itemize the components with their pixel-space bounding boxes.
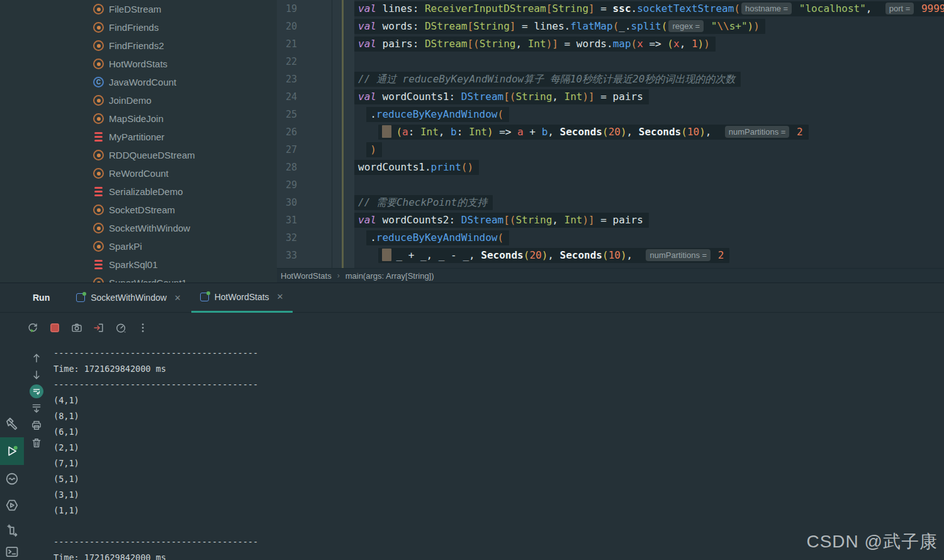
code-token: (	[661, 20, 668, 32]
run-tab-socketwithwindow[interactable]: SocketWithWindow✕	[67, 283, 190, 313]
trash-icon[interactable]	[30, 436, 43, 450]
code-editor[interactable]: 192021222324252627282930313233 val lines…	[277, 0, 944, 268]
line-number[interactable]: 28	[277, 159, 297, 176]
code-token: [(	[503, 91, 515, 103]
line-number[interactable]: 31	[277, 211, 297, 229]
line-number[interactable]: 29	[277, 176, 297, 194]
line-number[interactable]: 20	[277, 18, 297, 35]
tree-item-socketdstream[interactable]: SocketDStream	[0, 201, 277, 219]
line-number[interactable]: 30	[277, 194, 297, 211]
tree-item-rddqueuedstream[interactable]: RDDQueueDStream	[0, 146, 277, 164]
console-output[interactable]: ----------------------------------------…	[53, 345, 944, 560]
breadcrumb-file[interactable]: HotWordStats	[281, 271, 332, 281]
code-token: String	[515, 91, 552, 103]
line-number[interactable]: 25	[277, 106, 297, 123]
soft-wrap-icon[interactable]	[30, 384, 43, 398]
java-class-icon: C	[93, 77, 104, 87]
tree-item-mypartitioner[interactable]: MyPartitioner	[0, 128, 277, 146]
attach-icon[interactable]	[93, 322, 105, 334]
line-number[interactable]: 33	[277, 247, 297, 264]
code-token: .	[565, 20, 571, 32]
arrow-up-icon[interactable]	[30, 351, 43, 365]
console-line: (3,1)	[53, 487, 944, 503]
problems-wave-icon[interactable]	[0, 469, 24, 488]
vcs-change-bar	[342, 0, 344, 268]
line-number[interactable]: 22	[277, 53, 297, 70]
code-token: ,	[469, 249, 481, 261]
tree-item-label: SparkPi	[109, 241, 142, 252]
code-line[interactable]: val words: DStream[String] = lines.flatM…	[354, 18, 944, 35]
code-lines[interactable]: val lines: ReceiverInputDStream[String] …	[354, 0, 944, 268]
code-line[interactable]: val wordCounts2: DStream[(String, Int)] …	[354, 211, 944, 229]
code-token: (	[734, 3, 740, 14]
code-token: _	[463, 249, 469, 261]
services-hexagon-icon[interactable]	[0, 496, 24, 515]
build-hammer-icon[interactable]	[0, 414, 24, 433]
code-line[interactable]: _ + _, _ - _, Seconds(20), Seconds(10), …	[354, 247, 944, 264]
code-token: "	[705, 20, 717, 32]
tree-item-mapsidejoin[interactable]: MapSideJoin	[0, 109, 277, 128]
code-token: s+"	[729, 20, 748, 32]
tree-item-javawordcount[interactable]: CJavaWordCount	[0, 73, 277, 91]
tree-item-socketwithwindow[interactable]: SocketWithWindow	[0, 219, 277, 237]
tree-item-sparkpi[interactable]: SparkPi	[0, 237, 277, 255]
bookmarks-pin-icon[interactable]	[0, 521, 24, 540]
tree-item-hotwordstats[interactable]: HotWordStats	[0, 55, 277, 73]
close-icon[interactable]: ✕	[277, 292, 284, 301]
code-token: (	[631, 38, 638, 50]
code-token: ]	[588, 3, 595, 14]
tree-item-rewordcount[interactable]: ReWordCount	[0, 164, 277, 182]
close-icon[interactable]: ✕	[174, 293, 181, 303]
code-token: "localhost"	[793, 3, 866, 14]
code-line[interactable]: val lines: ReceiverInputDStream[String] …	[354, 0, 944, 18]
code-token: 20	[529, 249, 541, 261]
tree-item-sparksql01[interactable]: SparkSql01	[0, 255, 277, 274]
code-line[interactable]: wordCounts1.print()	[354, 159, 944, 176]
terminal-icon[interactable]	[0, 542, 24, 560]
scala-object-icon	[93, 113, 104, 124]
code-line[interactable]	[354, 53, 944, 70]
code-line[interactable]	[354, 176, 944, 194]
line-number[interactable]: 26	[277, 123, 297, 141]
run-play-icon[interactable]	[0, 437, 24, 465]
tree-item-filedstream[interactable]: FileDStream	[0, 0, 277, 18]
code-token: (	[681, 126, 687, 138]
thread-dump-camera-icon[interactable]	[70, 322, 83, 334]
profiler-gauge-icon[interactable]	[115, 322, 127, 334]
run-tab-hotwordstats[interactable]: HotWordStats✕	[191, 283, 293, 313]
code-token: b	[451, 126, 457, 138]
tree-item-superwordcount1[interactable]: SuperWordCount1	[0, 274, 277, 283]
breadcrumb-member[interactable]: main(args: Array[String])	[346, 271, 434, 281]
tree-item-label: SparkSql01	[109, 259, 158, 270]
code-token: // 通过 reduceByKeyAndWindow算子 每隔10秒统计最近20…	[358, 73, 735, 85]
line-number[interactable]: 23	[277, 70, 297, 88]
tree-item-serializabledemo[interactable]: SerializableDemo	[0, 182, 277, 201]
more-kebab-icon[interactable]	[137, 322, 149, 334]
code-line[interactable]: val pairs: DStream[(String, Int)] = word…	[354, 35, 944, 53]
tree-item-label: SerializableDemo	[109, 186, 183, 197]
code-token: +	[402, 249, 420, 261]
line-number[interactable]: 24	[277, 88, 297, 106]
line-number[interactable]: 32	[277, 229, 297, 247]
line-number[interactable]: 21	[277, 35, 297, 53]
code-line[interactable]: .reduceByKeyAndWindow(	[354, 106, 944, 123]
arrow-down-icon[interactable]	[30, 368, 43, 382]
tree-item-findfriends2[interactable]: FindFriends2	[0, 36, 277, 55]
line-number[interactable]: 27	[277, 141, 297, 159]
code-line[interactable]: .reduceByKeyAndWindow(	[354, 229, 944, 247]
code-token: )	[621, 126, 627, 138]
code-line[interactable]: )	[354, 141, 944, 159]
code-line[interactable]: val wordCounts1: DStream[(String, Int)] …	[354, 88, 944, 106]
line-number[interactable]: 19	[277, 0, 297, 18]
tree-item-joindemo[interactable]: JoinDemo	[0, 91, 277, 109]
code-token: =>	[493, 126, 518, 138]
code-token: wordCounts1:	[376, 91, 461, 103]
code-line[interactable]: // 需要CheckPoint的支持	[354, 194, 944, 211]
code-token: ,	[552, 214, 564, 226]
code-line[interactable]: // 通过 reduceByKeyAndWindow算子 每隔10秒统计最近20…	[354, 70, 944, 88]
project-tree[interactable]: FileDStreamFindFriendsFindFriends2HotWor…	[0, 0, 277, 283]
code-line[interactable]: (a: Int, b: Int) => a + b, Seconds(20), …	[354, 123, 944, 141]
scroll-end-icon[interactable]	[30, 401, 43, 415]
tree-item-findfriends[interactable]: FindFriends	[0, 18, 277, 36]
printer-icon[interactable]	[30, 418, 43, 432]
